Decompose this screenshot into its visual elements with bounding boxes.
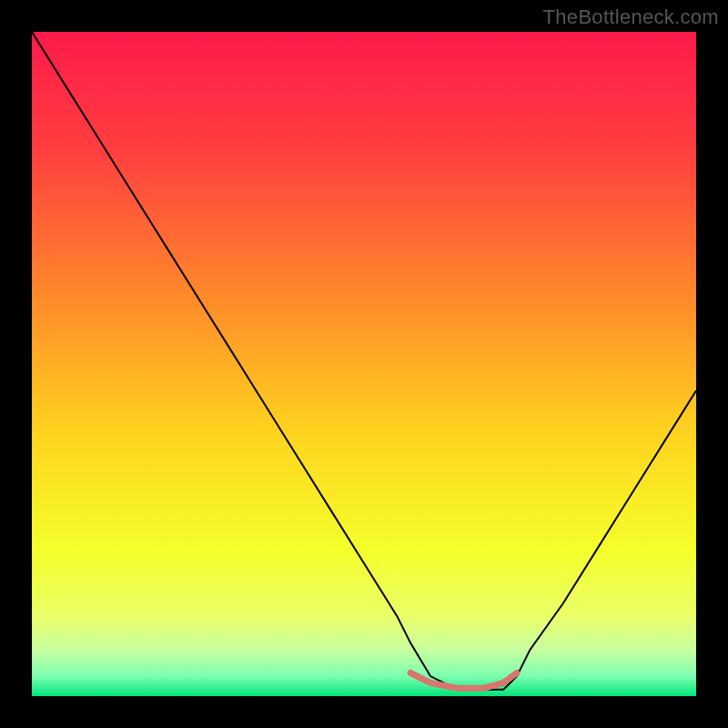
- bottleneck-curve: [32, 32, 696, 690]
- watermark-text: TheBottleneck.com: [543, 5, 719, 29]
- optimal-band: [410, 673, 517, 689]
- curve-svg: [32, 32, 696, 696]
- plot-area: [32, 32, 696, 696]
- chart-frame: TheBottleneck.com: [0, 0, 728, 728]
